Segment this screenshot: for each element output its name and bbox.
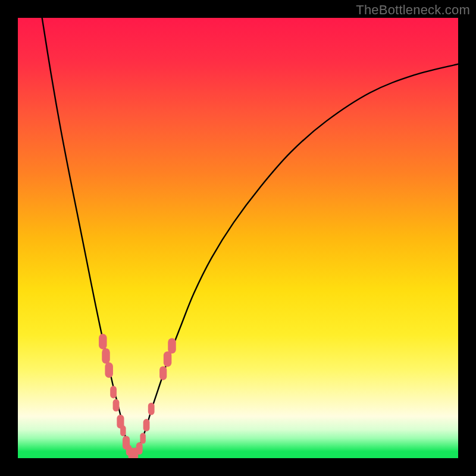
curve-marker: [148, 403, 155, 415]
marker-cluster: [99, 334, 176, 458]
curve-marker: [113, 399, 120, 412]
chart-frame: TheBottleneck.com: [0, 0, 476, 476]
curve-marker: [102, 348, 110, 364]
curve-marker: [164, 352, 172, 367]
curve-marker: [143, 419, 150, 431]
curve-marker: [110, 386, 117, 399]
curve-marker: [136, 442, 143, 455]
watermark-text: TheBottleneck.com: [356, 2, 470, 18]
curve-marker: [105, 362, 113, 378]
curve-marker: [140, 433, 145, 444]
bottleneck-curve: [18, 18, 458, 458]
plot-area: [18, 18, 458, 458]
curve-marker: [99, 334, 107, 349]
curve-marker: [168, 338, 176, 353]
curve-marker: [159, 366, 167, 380]
curve-marker: [120, 425, 126, 436]
